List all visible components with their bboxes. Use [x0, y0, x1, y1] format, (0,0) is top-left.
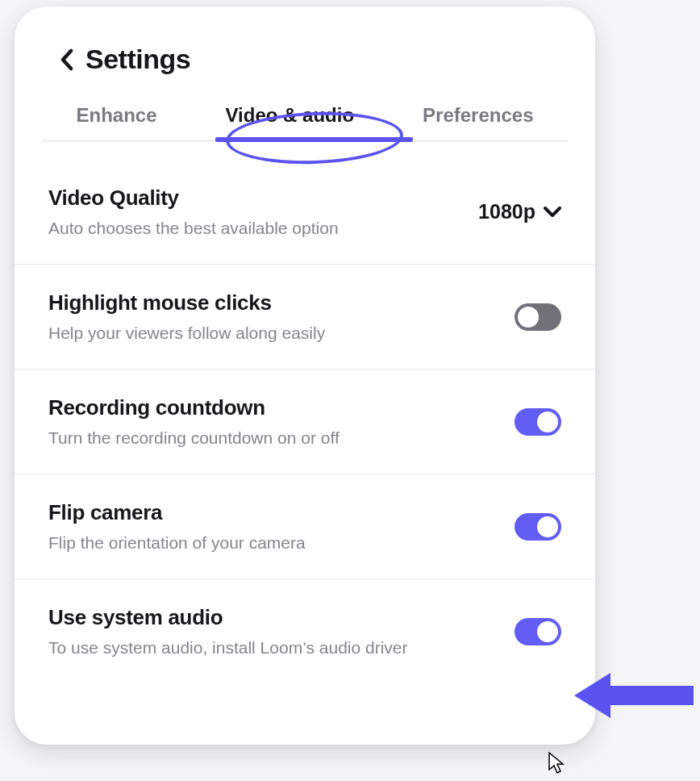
settings-list: Video Quality Auto chooses the best avai… [15, 160, 595, 683]
tab-enhance[interactable]: Enhance [71, 102, 161, 128]
row-recording-countdown: Recording countdown Turn the recording c… [15, 370, 595, 474]
tabs-bar: Enhance Video & audio Preferences [15, 90, 595, 142]
video-quality-value: 1080p [478, 200, 535, 223]
highlight-clicks-toggle[interactable] [515, 303, 561, 331]
recording-countdown-toggle[interactable] [515, 408, 561, 436]
toggle-knob [537, 516, 558, 537]
video-quality-select[interactable]: 1080p [478, 200, 561, 223]
row-title: Use system audio [48, 605, 498, 630]
row-title: Video Quality [48, 186, 462, 211]
cursor-icon [548, 752, 566, 778]
active-tab-underline [215, 137, 413, 142]
tab-preferences[interactable]: Preferences [418, 102, 538, 128]
row-desc: Help your viewers follow along easily [48, 324, 498, 343]
chevron-down-icon [544, 207, 561, 218]
row-title: Highlight mouse clicks [48, 290, 498, 315]
back-icon[interactable] [60, 48, 74, 71]
row-title: Recording countdown [48, 395, 498, 420]
toggle-knob [537, 411, 558, 432]
row-title: Flip camera [48, 500, 498, 525]
page-title: Settings [85, 44, 190, 75]
row-desc: Turn the recording countdown on or off [48, 428, 498, 448]
svg-marker-1 [549, 753, 563, 773]
settings-header: Settings [15, 6, 595, 90]
settings-panel: Settings Enhance Video & audio Preferenc… [15, 6, 595, 745]
flip-camera-toggle[interactable] [515, 513, 561, 541]
row-flip-camera: Flip camera Flip the orientation of your… [15, 474, 595, 579]
row-desc: Flip the orientation of your camera [48, 533, 498, 553]
row-video-quality: Video Quality Auto chooses the best avai… [15, 160, 595, 265]
tab-video-audio[interactable]: Video & audio [221, 102, 360, 128]
row-system-audio: Use system audio To use system audio, in… [15, 579, 595, 683]
row-highlight-clicks: Highlight mouse clicks Help your viewers… [15, 265, 595, 370]
row-desc: To use system audio, install Loom’s audi… [48, 638, 498, 658]
toggle-knob [537, 621, 558, 642]
toggle-knob [518, 307, 539, 328]
system-audio-toggle[interactable] [515, 618, 561, 645]
row-desc: Auto chooses the best available option [48, 219, 462, 238]
